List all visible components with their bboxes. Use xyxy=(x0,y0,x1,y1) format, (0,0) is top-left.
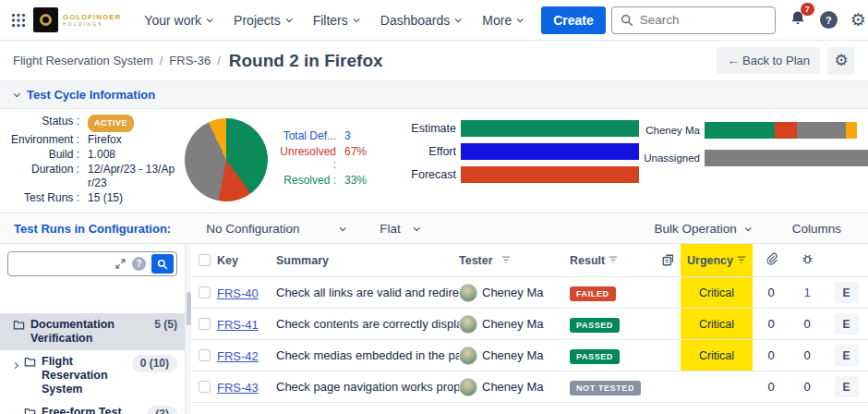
filter-icon[interactable] xyxy=(501,256,511,264)
select-all-checkbox[interactable] xyxy=(199,254,211,266)
header-steps-icon[interactable] xyxy=(655,253,681,267)
company-logo[interactable]: GOLDFINGER HOLDINGS xyxy=(33,7,121,32)
test-summary: Check page navigation works properly xyxy=(276,380,459,394)
bug-icon xyxy=(801,252,814,266)
columns-button[interactable]: Columns xyxy=(792,222,841,236)
nav-more[interactable]: More xyxy=(474,7,530,33)
search-field[interactable] xyxy=(640,13,751,27)
field-label: Test Runs : xyxy=(9,191,79,205)
bulk-operation-dropdown[interactable]: Bulk Operation xyxy=(654,222,749,236)
header-key[interactable]: Key xyxy=(217,254,276,267)
bar-label: Estimate xyxy=(403,122,456,135)
configuration-dropdown[interactable]: No Configuration xyxy=(206,222,344,236)
attachment-count: 0 xyxy=(753,348,790,362)
tree-search-box[interactable]: ? xyxy=(7,251,177,276)
settings-gear-icon[interactable]: ⚙ xyxy=(850,11,866,29)
logo-text-line1: GOLDFINGER xyxy=(63,13,121,21)
defect-stats: Total Def...3 Unresolved :67% Resolved :… xyxy=(279,129,379,213)
cycle-fields: Status :ACTIVE Environment :Firefox Buil… xyxy=(9,115,177,213)
tree-item-count: 5 (5) xyxy=(154,318,177,332)
filter-icon[interactable] xyxy=(609,256,618,264)
tester-avatar xyxy=(459,347,477,365)
back-to-plan-button[interactable]: ← Back to Plan xyxy=(717,47,820,74)
tree-item-free-form-test-cases[interactable]: Free-form Test Cases (3) xyxy=(0,401,185,414)
stat-value: 3 xyxy=(344,129,351,142)
result-badge: PASSED xyxy=(570,318,620,333)
stat-value: 33% xyxy=(344,174,367,187)
header-attachments-icon[interactable] xyxy=(753,252,790,269)
field-value: 12/Apr/23 - 13/Apr/23 xyxy=(88,163,177,190)
header-tester[interactable]: Tester xyxy=(459,254,570,267)
nav-filters[interactable]: Filters xyxy=(305,7,367,33)
filter-icon[interactable] xyxy=(737,256,746,264)
test-key-link[interactable]: FRS-43 xyxy=(217,381,259,395)
tester-avatar xyxy=(459,284,477,302)
sidebar-scrollbar[interactable] xyxy=(185,244,191,414)
logo-emblem-icon xyxy=(33,7,58,32)
test-key-link[interactable]: FRS-40 xyxy=(217,286,259,300)
execute-button[interactable]: E xyxy=(835,345,859,366)
page-settings-gear-icon[interactable]: ⚙ xyxy=(827,47,855,75)
result-badge: FAILED xyxy=(570,286,616,301)
config-title: Test Runs in Configuration: xyxy=(14,222,171,236)
execute-button[interactable]: E xyxy=(835,376,859,397)
nav-your-work[interactable]: Your work xyxy=(136,7,220,33)
table-row: FRS-43 Check page navigation works prope… xyxy=(191,371,868,403)
breadcrumb-issue[interactable]: FRS-36 xyxy=(169,54,211,67)
row-checkbox[interactable] xyxy=(199,381,211,393)
tree-item-count: 0 (10) xyxy=(132,355,177,372)
estimate-bar xyxy=(461,120,639,137)
test-summary: Check contents are correctly displaye xyxy=(276,317,459,331)
row-checkbox[interactable] xyxy=(199,349,211,361)
dropdown-value: No Configuration xyxy=(206,222,299,236)
global-search-input[interactable] xyxy=(611,6,776,34)
row-checkbox[interactable] xyxy=(199,286,211,298)
app-switcher-icon[interactable] xyxy=(11,7,26,33)
nav-projects[interactable]: Projects xyxy=(225,7,299,33)
tree-item-flight-reservation-system[interactable]: Flight Reservation System 0 (10) xyxy=(0,350,185,401)
urgency-value: Critical xyxy=(699,349,734,362)
defects-pie xyxy=(185,118,268,201)
tree-item-documentation-verification[interactable]: Documentation Verification 5 (5) xyxy=(0,313,185,350)
expand-icon[interactable] xyxy=(115,258,127,270)
header-summary[interactable]: Summary xyxy=(276,254,459,267)
expand-chevron-icon[interactable] xyxy=(13,358,24,371)
table-row: FRS-42 Check medias embedded in the page… xyxy=(191,340,868,371)
chevron-down-icon xyxy=(353,16,359,22)
table-row: FRS-41 Check contents are correctly disp… xyxy=(191,309,868,340)
field-value: Firefox xyxy=(88,133,177,147)
search-help-icon[interactable]: ? xyxy=(132,257,146,271)
test-key-link[interactable]: FRS-42 xyxy=(217,349,259,363)
header-defects-icon[interactable] xyxy=(790,252,825,269)
cycle-info-panel: Status :ACTIVE Environment :Firefox Buil… xyxy=(0,109,868,213)
header-urgency[interactable]: Urgency xyxy=(681,244,753,276)
test-key-link[interactable]: FRS-41 xyxy=(217,318,259,332)
test-cycle-information-section-header[interactable]: Test Cycle Information xyxy=(0,81,868,109)
stat-label: Resolved : xyxy=(279,174,336,187)
row-checkbox[interactable] xyxy=(199,318,211,330)
view-mode-dropdown[interactable]: Flat xyxy=(380,222,418,236)
help-icon[interactable]: ? xyxy=(820,11,838,29)
execute-button[interactable]: E xyxy=(835,282,859,303)
header-label: Result xyxy=(570,254,605,267)
nav-label: More xyxy=(482,13,512,28)
chevron-down-icon xyxy=(340,225,346,231)
nav-dashboards[interactable]: Dashboards xyxy=(372,7,469,33)
copy-pages-icon xyxy=(661,253,675,267)
test-summary: Check medias embedded in the page xyxy=(276,348,459,362)
stat-value: 67% xyxy=(344,145,367,171)
breadcrumb-project[interactable]: Flight Reservation System xyxy=(13,54,153,67)
header-result[interactable]: Result xyxy=(570,254,655,267)
execute-button[interactable]: E xyxy=(835,313,859,335)
field-value: 1.008 xyxy=(88,148,177,162)
urgency-value: Critical xyxy=(699,318,734,331)
bar-label: Cheney Ma xyxy=(643,125,700,136)
breadcrumb-separator: / xyxy=(217,54,221,67)
scrollbar-thumb[interactable] xyxy=(187,292,191,325)
notifications-bell-icon[interactable]: 7 xyxy=(789,9,807,31)
attachment-count: 0 xyxy=(753,380,790,394)
defect-count-link[interactable]: 1 xyxy=(803,286,810,299)
tree-search-button[interactable] xyxy=(151,254,174,274)
create-button[interactable]: Create xyxy=(541,6,606,34)
tester-avatar xyxy=(459,315,477,334)
